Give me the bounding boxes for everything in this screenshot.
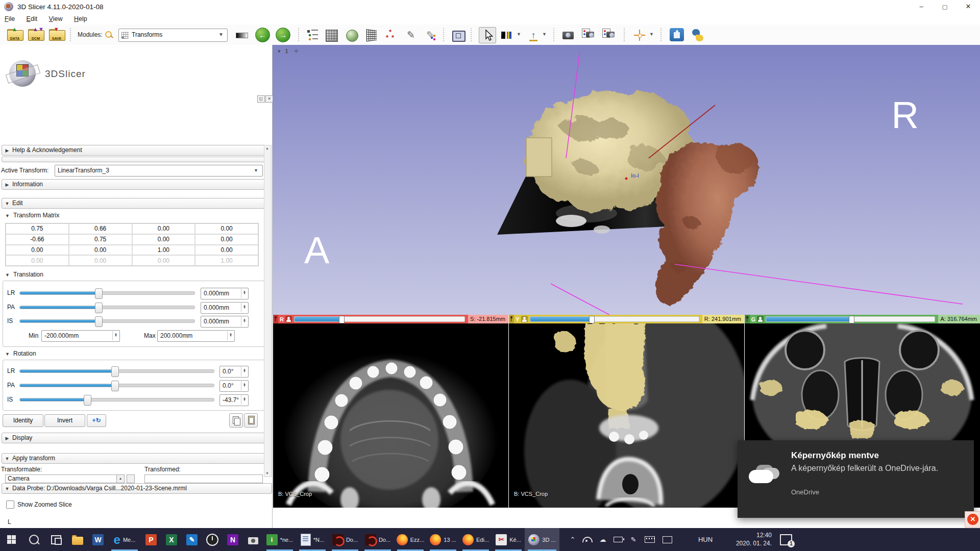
taskbar-clock-date[interactable]: 12:40 2020. 01. 24. xyxy=(719,528,772,551)
pin-icon[interactable]: ▾ xyxy=(278,48,281,54)
chevron-down-icon[interactable]: ▼ xyxy=(542,32,547,37)
search-button[interactable] xyxy=(22,528,45,551)
onedrive-tray-icon[interactable]: ☁ xyxy=(595,528,610,551)
person-icon[interactable] xyxy=(285,316,292,322)
touch-keyboard-icon[interactable] xyxy=(641,528,658,551)
taskbar-acrobat-2[interactable]: Do... xyxy=(361,528,394,551)
yellow-slice-bar[interactable]: Y R: 241.901mm xyxy=(509,315,744,323)
transform-matrix-table[interactable]: 0.750.660.000.00 -0.660.750.000.00 0.000… xyxy=(5,223,259,266)
start-button[interactable] xyxy=(0,528,22,551)
active-transform-combo[interactable]: LinearTransform_3 ▼ xyxy=(55,165,263,177)
taskbar-photos-edit[interactable]: ✎ xyxy=(182,528,202,551)
taskbar-firefox-2[interactable]: 13 ... xyxy=(427,528,459,551)
capture-icon[interactable] xyxy=(561,29,575,42)
notification-close-button[interactable]: ✕ xyxy=(965,511,980,528)
threed-view[interactable]: ▾ 1 ✛ R A xyxy=(273,45,980,315)
taskbar-word[interactable]: W xyxy=(88,528,108,551)
chevron-down-icon[interactable]: ▼ xyxy=(649,32,654,37)
transformable-list[interactable]: Camera xyxy=(5,474,118,483)
section-edit[interactable]: ▼Edit xyxy=(2,198,270,209)
transformed-list[interactable] xyxy=(144,474,263,483)
panel-undock-icon[interactable]: ◱ xyxy=(257,95,265,103)
wifi-icon[interactable] xyxy=(580,528,595,551)
rotation-is-value[interactable]: -43.7°▲▼ xyxy=(219,394,249,406)
translation-lr-slider[interactable] xyxy=(19,291,195,295)
green-slice-slider[interactable] xyxy=(766,316,935,322)
section-data-probe[interactable]: ▼Data Probe: D:/Downloads/Varga Csill...… xyxy=(2,483,272,494)
section-apply-transform[interactable]: ▼Apply transform xyxy=(2,453,270,464)
load-dicom-button[interactable]: ▲▼ DCM xyxy=(28,28,43,41)
taskbar-file-explorer[interactable] xyxy=(67,528,88,551)
battery-icon[interactable] xyxy=(610,528,626,551)
show-zoomed-slice-checkbox[interactable] xyxy=(6,500,14,509)
translation-lr-value[interactable]: 0.000mm▲▼ xyxy=(201,288,249,299)
transform-matrix-header[interactable]: ▼Transform Matrix xyxy=(5,212,59,219)
load-data-button[interactable]: ▲ DATA xyxy=(7,28,22,41)
taskbar-clock[interactable] xyxy=(202,528,223,551)
onedrive-notification[interactable]: Képernyőkép mentve A képernyőkép felkerü… xyxy=(738,440,974,518)
taskbar-powerpoint[interactable]: P xyxy=(141,528,161,551)
menu-edit[interactable]: Edit xyxy=(22,14,42,24)
taskbar-edge[interactable]: e Me... xyxy=(108,528,141,551)
taskbar-excel[interactable]: X xyxy=(161,528,182,551)
translation-pa-value[interactable]: 0.000mm▲▼ xyxy=(201,302,249,314)
monitor-tray-icon[interactable] xyxy=(658,528,676,551)
spin-icon[interactable]: ✛ xyxy=(294,48,299,54)
tray-chevron-icon[interactable]: ⌃ xyxy=(566,528,580,551)
red-slice-view[interactable]: B: VCS_Crop xyxy=(273,323,508,508)
translation-is-value[interactable]: 0.000mm▲▼ xyxy=(201,316,249,328)
forward-button[interactable]: → xyxy=(276,28,290,42)
section-display[interactable]: ▶Display xyxy=(2,433,270,443)
place-point-icon[interactable]: ↑ xyxy=(527,29,540,42)
rotation-is-slider[interactable] xyxy=(19,398,214,402)
section-help-acknowledgement[interactable]: ▶Help & Acknowledgement xyxy=(2,145,270,156)
yellow-slice-view[interactable]: B: VCS_Crop xyxy=(509,323,744,508)
module-history-icon[interactable] xyxy=(236,33,248,38)
python-console-icon[interactable] xyxy=(691,29,704,42)
scene-view-restore-icon[interactable] xyxy=(602,29,616,42)
identity-button[interactable]: Identity xyxy=(3,414,43,427)
menu-help[interactable]: Help xyxy=(69,14,92,24)
translation-header[interactable]: ▼Translation xyxy=(5,271,43,278)
extensions-icon[interactable] xyxy=(670,28,683,41)
taskbar-green-editor[interactable]: i *ne... xyxy=(263,528,296,551)
language-indicator[interactable]: HUN xyxy=(694,528,717,551)
taskbar-acrobat-1[interactable]: Do... xyxy=(329,528,361,551)
taskbar-slicer[interactable]: 3D ... xyxy=(525,528,559,551)
invert-button[interactable]: Invert xyxy=(44,414,85,427)
panel-close-icon[interactable]: ✕ xyxy=(265,95,273,103)
yellow-slice-slider[interactable] xyxy=(530,316,699,322)
taskbar-camera[interactable] xyxy=(243,528,263,551)
data-module-icon[interactable] xyxy=(325,29,338,42)
rotation-pa-value[interactable]: 0.0°▲▼ xyxy=(219,380,249,392)
annotation-pencil-icon[interactable]: ✎ xyxy=(404,29,418,42)
chevron-down-icon[interactable]: ▼ xyxy=(517,32,521,37)
taskbar-firefox-3[interactable]: Edi... xyxy=(459,528,492,551)
pen-tray-icon[interactable]: ✎ xyxy=(626,528,641,551)
translation-pa-slider[interactable] xyxy=(19,306,195,309)
person-icon[interactable] xyxy=(757,316,764,322)
menu-view[interactable]: View xyxy=(44,14,67,24)
rotation-lr-value[interactable]: 0.0°▲▼ xyxy=(219,366,249,378)
menu-file[interactable]: File xyxy=(0,14,19,24)
red-slice-bar[interactable]: R S: -21.815mm xyxy=(273,315,508,323)
section-information[interactable]: ▶Information xyxy=(2,179,270,190)
window-level-icon[interactable]: ↑ xyxy=(501,29,514,42)
person-icon[interactable] xyxy=(521,316,528,322)
maximize-button[interactable]: ▢ xyxy=(933,0,957,14)
transforms-icon[interactable] xyxy=(365,29,379,42)
minimize-button[interactable]: – xyxy=(910,0,933,14)
module-selector[interactable]: Transforms ▼ xyxy=(118,29,228,42)
panel-scrollbar[interactable]: ▲ ▼ xyxy=(264,145,272,477)
min-value[interactable]: -200.000mm▲▼ xyxy=(41,330,120,342)
view-controller[interactable]: ▾ 1 ✛ xyxy=(278,48,299,55)
red-slice-slider[interactable] xyxy=(294,316,465,322)
task-view-button[interactable] xyxy=(45,528,67,551)
copy-matrix-button[interactable] xyxy=(229,413,243,428)
max-value[interactable]: 200.000mm▲▼ xyxy=(157,330,235,342)
rotation-lr-slider[interactable] xyxy=(19,369,214,373)
save-button[interactable]: ▼ SAVE xyxy=(49,28,64,41)
taskbar-notepad[interactable]: *N... xyxy=(296,528,329,551)
green-slice-bar[interactable]: G A: 316.764mm xyxy=(745,315,980,323)
split-transform-button[interactable]: +↻ xyxy=(87,414,106,427)
